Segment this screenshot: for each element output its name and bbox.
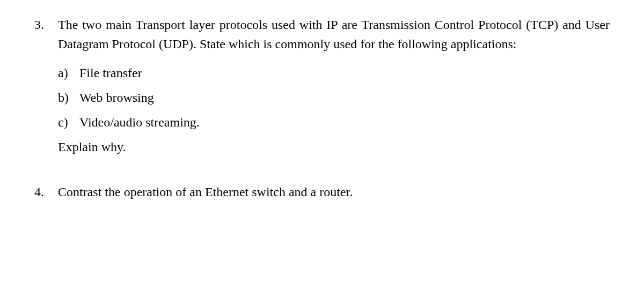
sub-text-a: File transfer bbox=[79, 63, 610, 83]
question-4: 4. Contrast the operation of an Ethernet… bbox=[34, 182, 610, 202]
sub-letter-b: b) bbox=[58, 88, 79, 107]
question-4-row: 4. Contrast the operation of an Ethernet… bbox=[34, 182, 610, 202]
sub-text-b: Web browsing bbox=[79, 88, 610, 107]
sub-letter-a: a) bbox=[58, 63, 79, 83]
question-3-subitems: a) File transfer b) Web browsing c) Vide… bbox=[58, 63, 610, 132]
sub-text-c: Video/audio streaming. bbox=[79, 113, 610, 132]
question-3-sub-c: c) Video/audio streaming. bbox=[58, 113, 610, 132]
question-3-number: 3. bbox=[34, 15, 58, 54]
question-4-number: 4. bbox=[34, 182, 58, 202]
question-4-text: Contrast the operation of an Ethernet sw… bbox=[58, 182, 610, 202]
question-3-sub-b: b) Web browsing bbox=[58, 88, 610, 107]
question-3-explain: Explain why. bbox=[58, 137, 610, 157]
document-page: 3. The two main Transport layer protocol… bbox=[0, 0, 644, 249]
question-3-sub-a: a) File transfer bbox=[58, 63, 610, 83]
question-3: 3. The two main Transport layer protocol… bbox=[34, 15, 610, 157]
question-3-text: The two main Transport layer protocols u… bbox=[58, 15, 610, 54]
sub-letter-c: c) bbox=[58, 113, 79, 132]
question-3-row: 3. The two main Transport layer protocol… bbox=[34, 15, 610, 54]
